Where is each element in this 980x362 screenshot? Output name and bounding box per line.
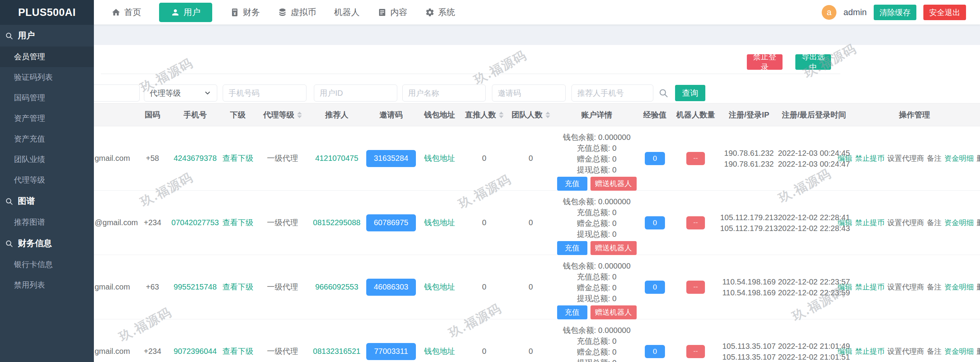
invite-code-badge[interactable]: 77003311 xyxy=(366,343,416,360)
phone-link[interactable]: 9955215748 xyxy=(173,283,216,291)
exp-badge[interactable]: 0 xyxy=(645,345,665,358)
exp-badge[interactable]: 0 xyxy=(645,152,665,165)
action-remark[interactable]: 备注 xyxy=(927,153,942,164)
view-subordinates-link[interactable]: 查看下级 xyxy=(222,217,253,228)
disable-login-button[interactable]: 禁止登录 xyxy=(747,54,783,70)
phone-link[interactable]: 07042027753 xyxy=(171,218,219,227)
sidebar-item-验证码列表[interactable]: 验证码列表 xyxy=(0,67,94,88)
recharge-button[interactable]: 充值 xyxy=(557,305,587,319)
invite-code-badge[interactable]: 60786975 xyxy=(366,214,416,231)
action-edit[interactable]: 编辑 xyxy=(838,346,852,357)
action-delete[interactable]: 删除 xyxy=(977,218,980,228)
filter-input-user-id[interactable] xyxy=(314,84,397,102)
filter-input-clipped[interactable] xyxy=(94,84,140,102)
sort-icon[interactable] xyxy=(499,112,504,118)
nav-item-robot[interactable]: 机器人 xyxy=(334,7,360,18)
logout-button[interactable]: 安全退出 xyxy=(923,5,966,20)
wallet-address-link[interactable]: 钱包地址 xyxy=(424,153,455,164)
sort-icon[interactable] xyxy=(297,112,302,118)
referrer-link[interactable]: 08152295088 xyxy=(313,218,360,227)
recharge-button[interactable]: 充值 xyxy=(557,177,587,191)
action-set-agent[interactable]: 设置代理商 xyxy=(887,218,924,228)
sidebar-item-资产管理[interactable]: 资产管理 xyxy=(0,108,94,129)
action-forbid-withdraw[interactable]: 禁止提币 xyxy=(855,346,885,357)
filter-input-phone[interactable] xyxy=(223,84,306,102)
exp-badge[interactable]: 0 xyxy=(645,281,665,294)
sidebar-item-国码管理[interactable]: 国码管理 xyxy=(0,88,94,108)
view-subordinates-link[interactable]: 查看下级 xyxy=(222,346,253,357)
exp-badge[interactable]: 0 xyxy=(645,216,665,229)
wallet-address-link[interactable]: 钱包地址 xyxy=(424,217,455,228)
action-fund-details[interactable]: 资金明细 xyxy=(944,218,974,228)
action-edit[interactable]: 编辑 xyxy=(838,218,852,228)
recharge-button[interactable]: 充值 xyxy=(557,241,587,255)
clear-cache-button[interactable]: 清除缓存 xyxy=(874,5,916,20)
search-button[interactable]: 查询 xyxy=(675,85,705,101)
admin-username[interactable]: admin xyxy=(843,7,867,17)
action-delete[interactable]: 删除 xyxy=(977,153,980,164)
column-header-agent-level[interactable]: 代理等级 xyxy=(257,110,308,120)
export-selected-button[interactable]: 导出选中 xyxy=(795,54,831,70)
sidebar-item-银行卡信息[interactable]: 银行卡信息 xyxy=(0,254,94,275)
action-remark[interactable]: 备注 xyxy=(927,346,942,357)
gift-robot-button[interactable]: 赠送机器人 xyxy=(590,177,637,191)
nav-item-content[interactable]: 内容 xyxy=(377,7,407,18)
column-header-direct-count[interactable]: 直推人数 xyxy=(463,110,506,120)
sidebar-item-禁用列表[interactable]: 禁用列表 xyxy=(0,275,94,295)
action-fund-details[interactable]: 资金明细 xyxy=(944,153,974,164)
account-detail-line: 赠金总额: 0 xyxy=(577,282,616,293)
sidebar-item-团队业绩[interactable]: 团队业绩 xyxy=(0,149,94,170)
topbar: 首页用户¥财务虚拟币机器人内容系统 a admin 清除缓存 安全退出 xyxy=(0,0,980,25)
action-forbid-withdraw[interactable]: 禁止提币 xyxy=(855,153,885,164)
action-delete[interactable]: 删除 xyxy=(977,346,980,357)
sidebar-item-推荐图谱[interactable]: 推荐图谱 xyxy=(0,212,94,233)
referrer-link[interactable]: 9666092553 xyxy=(315,283,358,291)
nav-item-finance[interactable]: ¥财务 xyxy=(230,7,260,18)
filter-input-referrer-phone[interactable] xyxy=(571,84,653,102)
wallet-address-link[interactable]: 钱包地址 xyxy=(424,346,455,357)
sidebar-section-graph[interactable]: 图谱 xyxy=(0,190,94,212)
invite-code-badge[interactable]: 46086303 xyxy=(366,279,416,296)
action-remark[interactable]: 备注 xyxy=(927,218,942,228)
action-forbid-withdraw[interactable]: 禁止提币 xyxy=(855,282,885,292)
wallet-address-link[interactable]: 钱包地址 xyxy=(424,282,455,292)
nav-item-users[interactable]: 用户 xyxy=(159,3,212,22)
action-edit[interactable]: 编辑 xyxy=(838,282,852,292)
gift-robot-button[interactable]: 赠送机器人 xyxy=(590,305,637,319)
nav-item-crypto[interactable]: 虚拟币 xyxy=(278,7,316,18)
phone-link[interactable]: 9072396044 xyxy=(173,347,216,356)
robot-count-badge[interactable]: -- xyxy=(686,216,705,229)
sidebar-item-会员管理[interactable]: 会员管理 xyxy=(0,47,94,67)
action-fund-details[interactable]: 资金明细 xyxy=(944,282,974,292)
robot-count-badge[interactable]: -- xyxy=(686,152,705,165)
filter-input-invite-code[interactable] xyxy=(492,84,566,102)
agent-level-select[interactable]: 代理等级 xyxy=(144,84,217,102)
referrer-link[interactable]: 08132316521 xyxy=(313,347,360,356)
sidebar-section-users[interactable]: 用户 xyxy=(0,25,94,47)
phone-link[interactable]: 4243679378 xyxy=(173,154,216,163)
gift-robot-button[interactable]: 赠送机器人 xyxy=(590,241,637,255)
action-set-agent[interactable]: 设置代理商 xyxy=(887,346,924,357)
sort-icon[interactable] xyxy=(545,112,550,118)
action-set-agent[interactable]: 设置代理商 xyxy=(887,153,924,164)
robot-count-badge[interactable]: -- xyxy=(686,281,705,294)
action-fund-details[interactable]: 资金明细 xyxy=(944,346,974,357)
action-edit[interactable]: 编辑 xyxy=(838,153,852,164)
robot-count-badge[interactable]: -- xyxy=(686,345,705,358)
avatar[interactable]: a xyxy=(822,5,836,20)
column-header-team-count[interactable]: 团队人数 xyxy=(506,110,556,120)
referrer-link[interactable]: 4121070475 xyxy=(315,154,358,163)
action-forbid-withdraw[interactable]: 禁止提币 xyxy=(855,218,885,228)
nav-item-system[interactable]: 系统 xyxy=(425,7,455,18)
nav-item-home[interactable]: 首页 xyxy=(111,7,141,18)
sidebar-item-资产充值[interactable]: 资产充值 xyxy=(0,129,94,149)
sidebar-section-finance-info[interactable]: 财务信息 xyxy=(0,233,94,254)
sidebar-item-代理等级[interactable]: 代理等级 xyxy=(0,170,94,190)
view-subordinates-link[interactable]: 查看下级 xyxy=(222,153,253,164)
invite-code-badge[interactable]: 31635284 xyxy=(366,150,416,167)
filter-input-user-name[interactable] xyxy=(402,84,486,102)
action-set-agent[interactable]: 设置代理商 xyxy=(887,282,924,292)
action-remark[interactable]: 备注 xyxy=(927,282,942,292)
action-delete[interactable]: 删除 xyxy=(977,282,980,292)
view-subordinates-link[interactable]: 查看下级 xyxy=(222,282,253,292)
